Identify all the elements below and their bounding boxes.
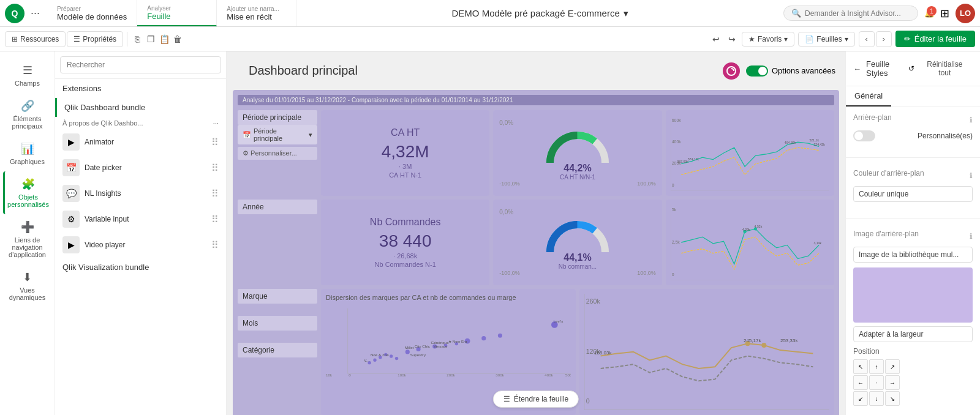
more-icon[interactable]: ··· <box>213 119 219 127</box>
pos-mid-center[interactable]: · <box>869 375 884 390</box>
right-panel: ← Feuille Styles ↺ Réinitialise tout Gén… <box>845 51 980 415</box>
drag-handle-icon[interactable]: ⠿ <box>211 136 219 148</box>
more-options-icon[interactable]: ··· <box>31 7 40 20</box>
filter-year: Année <box>238 200 317 285</box>
separator <box>127 32 127 47</box>
fit-dropdown[interactable]: Adapter à la largeur <box>853 326 973 342</box>
drag-handle-icon[interactable]: ⠿ <box>211 239 219 251</box>
next-sheet-button[interactable]: › <box>876 31 892 47</box>
svg-point-35 <box>390 354 393 357</box>
sheets-icon: 📄 <box>805 35 814 43</box>
extensions-header[interactable]: Extensions <box>55 79 226 98</box>
ext-item-variable[interactable]: ⚙ Variable input ⠿ <box>55 206 226 232</box>
pos-bot-center[interactable]: ↓ <box>869 391 884 406</box>
filter-column: Période principale 📅 Période principale … <box>238 110 317 196</box>
top-navigation: Q ··· Préparer Modèle de données Analyse… <box>0 0 980 27</box>
paste-icon[interactable]: 📋 <box>158 33 170 45</box>
tab-narrate[interactable]: Ajouter une narra... Mise en récit <box>217 0 296 26</box>
reset-button[interactable]: Réinitialise tout <box>917 56 973 81</box>
pos-top-right[interactable]: ↗ <box>885 359 900 374</box>
drag-handle-icon[interactable]: ⠿ <box>211 188 219 200</box>
plus-icon: ➕ <box>21 220 34 234</box>
options-row: Options avancées <box>723 62 835 80</box>
main-layout: ☰ Champs 🔗 Éléments principaux 📊 Graphiq… <box>0 51 980 415</box>
toolbar-left: ⊞ Ressources ☰ Propriétés ⎘ ❐ 📋 🗑 <box>5 31 184 47</box>
chevron-down-icon[interactable]: ▾ <box>624 8 628 19</box>
svg-point-44 <box>498 334 502 338</box>
line-chart-3: 260k 120k 0 245,17k 253,33k 185,03k <box>579 289 834 415</box>
sidebar-item-elements[interactable]: 🔗 Éléments principaux <box>3 93 52 136</box>
background-toggle[interactable] <box>853 130 875 141</box>
sidebar-item-vues[interactable]: ⬇ Vues dynamiques <box>3 264 52 307</box>
app-title: DEMO Modèle pré packagé E-commerce ▾ <box>296 8 783 19</box>
pos-mid-right[interactable]: → <box>885 375 900 390</box>
user-avatar[interactable]: LO <box>956 4 975 23</box>
line-chart-svg-3: 260k 120k 0 245,17k 253,33k 185,03k <box>584 294 829 410</box>
edit-sheet-button[interactable]: ✏ Éditer la feuille <box>895 31 975 47</box>
notification-badge: 1 <box>927 6 937 16</box>
properties-button[interactable]: ☰ Propriétés <box>67 31 123 47</box>
tab-prepare[interactable]: Préparer Modèle de données <box>47 0 137 26</box>
svg-point-32 <box>373 359 376 362</box>
period-selector[interactable]: 📅 Période principale ▾ <box>238 125 317 144</box>
info-icon-2[interactable]: ℹ <box>970 171 973 180</box>
sidebar-item-champs[interactable]: ☰ Champs <box>3 58 52 93</box>
pos-top-center[interactable]: ↑ <box>869 359 884 374</box>
drag-handle-icon[interactable]: ⠿ <box>211 162 219 174</box>
insight-search[interactable]: 🔍 <box>783 6 918 21</box>
drag-handle-icon[interactable]: ⠿ <box>211 214 219 225</box>
image-source-dropdown[interactable]: Image de la bibliothèque mul... <box>853 247 973 263</box>
qlik-logo: Q <box>5 4 24 23</box>
calendar-icon: 📅 <box>243 131 251 139</box>
tab-general[interactable]: Général <box>846 86 891 107</box>
ext-item-animator[interactable]: ▶ Animator ⠿ <box>55 129 226 155</box>
middle-search-input[interactable] <box>60 56 221 73</box>
sidebar-item-objets[interactable]: 🧩 Objets personnalisés <box>3 171 52 214</box>
copy-icon[interactable]: ⎘ <box>131 33 143 45</box>
resources-button[interactable]: ⊞ Ressources <box>5 31 66 47</box>
customize-button[interactable]: ⚙ Personnaliser... <box>238 147 317 160</box>
ext-item-datepicker[interactable]: 📅 Date picker ⠿ <box>55 155 226 181</box>
info-icon-3[interactable]: ℹ <box>970 232 973 241</box>
grid-icon[interactable]: ⊞ <box>940 7 949 20</box>
categorie-label: Catégorie <box>238 343 317 357</box>
undo-icon[interactable]: ↩ <box>710 33 722 45</box>
sidebar-item-graphiques[interactable]: 📊 Graphiques <box>3 136 52 171</box>
ext-item-nlinsights[interactable]: 💬 NL Insights ⠿ <box>55 181 226 206</box>
pos-bot-right[interactable]: ↘ <box>885 391 900 406</box>
position-section: Position ↖ ↑ ↗ ← · → ↙ ↓ ↘ <box>853 347 973 406</box>
svg-text:100k: 100k <box>398 373 406 377</box>
delete-icon[interactable]: 🗑 <box>172 33 184 45</box>
grid-small-icon: ⊞ <box>12 35 18 43</box>
sheets-button[interactable]: 📄 Feuilles ▾ <box>798 32 854 47</box>
color-dropdown[interactable]: Couleur unique <box>853 186 973 202</box>
info-icon[interactable]: ℹ <box>970 116 973 124</box>
svg-text:0: 0 <box>349 373 351 377</box>
svg-text:V...: V... <box>364 358 369 362</box>
sidebar-item-liens[interactable]: ➕ Liens de navigation d'application <box>3 214 52 264</box>
nav-tabs: Préparer Modèle de données Analyser Feui… <box>47 0 296 26</box>
svg-text:185,03k: 185,03k <box>594 350 612 356</box>
nav-right: 🔍 🔔 1 ⊞ LO <box>783 4 975 23</box>
svg-text:374,17k: 374,17k <box>687 157 699 160</box>
svg-text:★ New Era: ★ New Era <box>448 339 467 343</box>
page-title: Dashboard principal <box>236 56 370 85</box>
favorites-button[interactable]: ★ Favoris ▾ <box>742 32 794 47</box>
pos-mid-left[interactable]: ← <box>853 375 868 390</box>
options-toggle[interactable]: Options avancées <box>746 65 835 77</box>
pos-top-left[interactable]: ↖ <box>853 359 868 374</box>
qlik-viz-header[interactable]: Qlik Visualization bundle <box>55 258 226 277</box>
search-input[interactable] <box>805 9 903 18</box>
duplicate-icon[interactable]: ❐ <box>145 33 157 45</box>
ext-item-videoplayer[interactable]: ▶ Video player ⠿ <box>55 232 226 258</box>
kpi-nb-commandes: Nb Commandes 38 440 · 26,68k Nb Commande… <box>321 200 489 285</box>
back-button[interactable]: ← <box>853 64 861 73</box>
extend-sheet-button[interactable]: ☰ Étendre la feuille <box>493 391 579 408</box>
svg-point-36 <box>395 357 398 360</box>
tab-analyze[interactable]: Analyser Feuille <box>137 0 217 26</box>
prev-sheet-button[interactable]: ‹ <box>859 31 875 47</box>
redo-icon[interactable]: ↪ <box>726 33 738 45</box>
pos-bot-left[interactable]: ↙ <box>853 391 868 406</box>
qlik-dashboard-header[interactable]: Qlik Dashboard bundle <box>55 98 226 117</box>
notification-button[interactable]: 🔔 1 <box>924 9 934 18</box>
